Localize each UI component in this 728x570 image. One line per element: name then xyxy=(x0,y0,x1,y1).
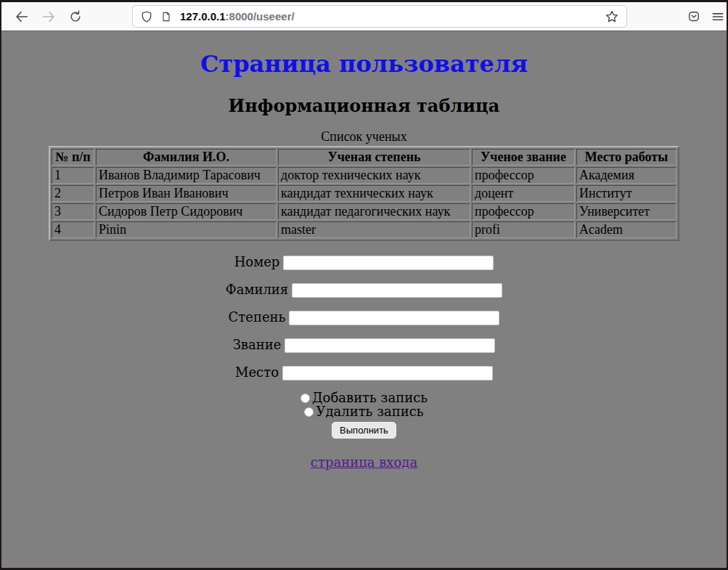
column-header: Ученая степень xyxy=(278,149,470,166)
table-cell: Academ xyxy=(576,221,676,238)
reload-button[interactable] xyxy=(67,8,84,25)
hamburger-icon xyxy=(711,9,725,24)
reload-icon xyxy=(68,9,83,24)
forward-button[interactable] xyxy=(40,8,57,25)
table-cell: доктор технических наук xyxy=(278,167,470,184)
page-content: Страница пользователя Информационная таб… xyxy=(1,31,727,568)
table-row: 3Сидоров Петр Сидоровичкандидат педагоги… xyxy=(52,203,676,220)
table-body: 1Иванов Владимир Тарасовичдоктор техниче… xyxy=(52,167,676,238)
url-text: 127.0.0.1:8000/useeer/ xyxy=(180,10,605,23)
delete-record-radio[interactable] xyxy=(304,407,314,417)
table-cell: профессор xyxy=(472,203,575,220)
table-cell: Академия xyxy=(576,167,676,184)
place-label: Место xyxy=(235,365,279,380)
shield-icon[interactable] xyxy=(140,10,153,23)
table-cell: 3 xyxy=(52,203,94,220)
table-cell: доцент xyxy=(472,185,575,202)
url-bar[interactable]: 127.0.0.1:8000/useeer/ xyxy=(132,5,627,28)
delete-record-row: Удалить запись xyxy=(1,404,727,418)
table-cell: Сидоров Петр Сидорович xyxy=(96,203,277,220)
column-header: Место работы xyxy=(576,149,676,166)
column-header: № п/п xyxy=(52,149,94,166)
browser-window: 127.0.0.1:8000/useeer/ Страница пользова… xyxy=(0,0,728,570)
table-cell: кандидат технических наук xyxy=(278,185,470,202)
table-cell: 4 xyxy=(52,221,94,238)
table-cell: Институт xyxy=(576,185,676,202)
back-button[interactable] xyxy=(13,8,30,25)
url-path: :8000/useeer/ xyxy=(226,10,295,23)
page-title: Страница пользователя xyxy=(1,50,727,78)
degree-label: Степень xyxy=(229,309,286,325)
execute-button[interactable]: Выполнить xyxy=(332,422,396,439)
form-row: Степень xyxy=(1,308,727,326)
bookmark-star-icon[interactable] xyxy=(605,9,619,24)
number-field[interactable] xyxy=(283,256,494,270)
table-row: 4PininmasterprofiAcadem xyxy=(52,221,676,238)
toolbar-right-group xyxy=(685,8,727,25)
record-form: НомерФамилияСтепеньЗваниеМесто Добавить … xyxy=(1,253,727,439)
table-cell: Университет xyxy=(576,203,676,220)
url-domain: 127.0.0.1 xyxy=(180,10,226,23)
table-header-row: № п/пФамилия И.О.Ученая степеньУченое зв… xyxy=(52,149,676,166)
rank-label: Звание xyxy=(233,337,282,352)
table-cell: профессор xyxy=(472,167,575,184)
degree-field[interactable] xyxy=(289,311,499,325)
rank-field[interactable] xyxy=(285,338,495,353)
table-row: 2Петров Иван Ивановичкандидат технически… xyxy=(52,185,676,202)
add-record-label: Добавить запись xyxy=(312,390,428,405)
column-header: Ученое звание xyxy=(472,149,575,166)
menu-button[interactable] xyxy=(709,8,727,25)
forward-arrow-icon xyxy=(41,9,57,25)
place-field[interactable] xyxy=(282,366,493,380)
pocket-icon[interactable] xyxy=(685,8,703,25)
back-arrow-icon xyxy=(14,9,30,25)
form-row: Фамилия xyxy=(1,280,727,298)
form-fields: НомерФамилияСтепеньЗваниеМесто xyxy=(1,253,727,381)
surname-field[interactable] xyxy=(292,283,502,298)
delete-record-label: Удалить запись xyxy=(316,404,423,419)
table-cell: Иванов Владимир Тарасович xyxy=(96,167,277,184)
table-caption: Список ученых xyxy=(1,129,727,144)
table-cell: кандидат педагогических наук xyxy=(278,203,470,220)
table-cell: master xyxy=(278,221,470,238)
table-cell: 2 xyxy=(52,185,94,202)
table-cell: Pinin xyxy=(96,221,277,238)
login-page-link[interactable]: страница входа xyxy=(311,455,417,470)
browser-toolbar: 127.0.0.1:8000/useeer/ xyxy=(1,2,727,31)
form-row: Номер xyxy=(1,253,727,271)
form-row: Место xyxy=(1,363,727,381)
form-row: Звание xyxy=(1,335,727,354)
column-header: Фамилия И.О. xyxy=(96,149,277,166)
table-row: 1Иванов Владимир Тарасовичдоктор техниче… xyxy=(52,167,676,184)
table-cell: profi xyxy=(472,221,575,238)
page-subtitle: Информационная таблица xyxy=(1,95,727,116)
table-cell: Петров Иван Иванович xyxy=(96,185,277,202)
number-label: Номер xyxy=(234,254,280,269)
add-record-row: Добавить запись xyxy=(1,391,727,404)
radio-group: Добавить записьУдалить запись xyxy=(1,391,727,418)
page-info-icon[interactable] xyxy=(160,11,172,23)
surname-label: Фамилия xyxy=(226,282,288,297)
scientists-table: № п/пФамилия И.О.Ученая степеньУченое зв… xyxy=(49,146,679,241)
add-record-radio[interactable] xyxy=(300,394,310,403)
table-cell: 1 xyxy=(52,167,94,184)
